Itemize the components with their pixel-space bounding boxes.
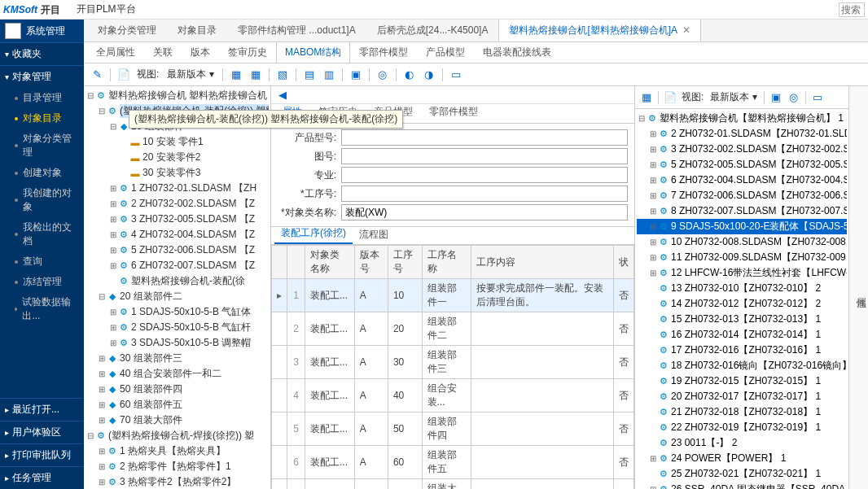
right-tree-node-6[interactable]: ⊞⚙8 ZH0732-007.SLDASM【ZH0732-007.SLDA bbox=[637, 203, 847, 219]
rtb-doc-icon[interactable]: 📄 bbox=[662, 90, 678, 106]
table-row[interactable]: 5装配工...A50组装部件四否 bbox=[272, 413, 634, 446]
right-tree-node-12[interactable]: ⚙14 ZH0732-012【ZH0732-012】 2 bbox=[637, 296, 847, 312]
close-icon[interactable]: ✕ bbox=[682, 24, 690, 36]
table-row[interactable]: ▸1装配工...A10组装部件一按要求完成部件一装配。安装后清理台面。否 bbox=[272, 279, 634, 312]
tree-node-15[interactable]: ⊞⚙2 SDAJS-50x10-5-B 气缸杆 bbox=[85, 320, 269, 335]
grid-header[interactable]: 对象类名称 bbox=[305, 246, 355, 279]
tb-icon-6[interactable]: ▣ bbox=[348, 67, 364, 83]
tree-toggle-icon[interactable]: ⊞ bbox=[648, 485, 658, 489]
rtb-icon-1[interactable]: ▦ bbox=[638, 90, 655, 106]
sidebar-item-0[interactable]: 目录管理 bbox=[0, 88, 84, 108]
right-tree-node-9[interactable]: ⊞⚙11 ZH0732-009.SLDASM【ZH0732-009.SLDA bbox=[637, 250, 847, 265]
right-tree-node-7[interactable]: ⊞⚙9 SDAJS-50x100-20-E装配体【SDAJS-50x1 bbox=[637, 219, 847, 234]
right-tree-node-16[interactable]: ⚙18 ZH0732-016镜向【ZH0732-016镜向】 1 bbox=[637, 358, 847, 373]
tree-node-9[interactable]: ⊞⚙4 ZH0732-004.SLDASM 【Z bbox=[85, 227, 269, 242]
tree-toggle-icon[interactable]: ⊞ bbox=[97, 354, 107, 363]
tb-icon-4[interactable]: ▤ bbox=[301, 67, 318, 83]
table-row[interactable]: 4装配工...A40组合安装...否 bbox=[272, 379, 634, 413]
sidebar-task[interactable]: ▸任务管理 bbox=[0, 466, 84, 489]
back-icon[interactable]: ◀ bbox=[274, 87, 291, 103]
sidebar-sys[interactable]: 系统管理 bbox=[26, 24, 65, 38]
tree-toggle-icon[interactable]: ⊞ bbox=[97, 416, 107, 425]
grid-header[interactable]: 版本号 bbox=[354, 246, 388, 279]
tree-node-13[interactable]: ⊟◆20 组装部件二 bbox=[85, 289, 269, 304]
right-tree-node-23[interactable]: ⚙25 ZH0732-021【ZH0732-021】 1 bbox=[637, 466, 847, 482]
right-tree-node-1[interactable]: ⊞⚙2 ZH0732-01.SLDASM【ZH0732-01.SLDASM】 bbox=[637, 126, 847, 142]
doc-icon[interactable]: 📄 bbox=[116, 67, 132, 83]
tree-toggle-icon[interactable]: ⊟ bbox=[85, 431, 95, 440]
tree-toggle-icon[interactable]: ⊞ bbox=[648, 160, 658, 169]
tree-node-8[interactable]: ⊞⚙3 ZH0732-005.SLDASM 【Z bbox=[85, 212, 269, 227]
sidebar-item-8[interactable]: 试验数据输出... bbox=[0, 292, 84, 326]
grid-tab-0[interactable]: 装配工序(徐挖) bbox=[274, 224, 353, 244]
sub-tab-4[interactable]: MABOM结构 bbox=[276, 41, 350, 63]
tree-toggle-icon[interactable]: ⊞ bbox=[108, 184, 118, 193]
right-tree-node-19[interactable]: ⚙21 ZH0732-018【ZH0732-018】 1 bbox=[637, 404, 847, 420]
tree-toggle-icon[interactable]: ⊞ bbox=[648, 269, 658, 277]
sidebar-item-7[interactable]: 冻结管理 bbox=[0, 272, 84, 292]
grid-tab-1[interactable]: 流程图 bbox=[353, 225, 395, 244]
tree-toggle-icon[interactable]: ⊞ bbox=[97, 462, 107, 471]
tree-toggle-icon[interactable]: ⊟ bbox=[637, 114, 647, 123]
main-tab-3[interactable]: 后桥壳总成[24...-K4500]A bbox=[366, 20, 499, 41]
tree-node-18[interactable]: ⊞◆40 组合安装部件一和二 bbox=[85, 366, 269, 382]
tree-node-16[interactable]: ⊞⚙3 SDAJS-50x10-5-B 调整帽 bbox=[85, 335, 269, 351]
tree-toggle-icon[interactable]: ⊞ bbox=[108, 215, 118, 224]
tree-toggle-icon[interactable]: ⊞ bbox=[97, 369, 107, 378]
sidebar-item-6[interactable]: 查询 bbox=[0, 251, 84, 272]
right-tree-node-14[interactable]: ⚙16 ZH0732-014【ZH0732-014】 1 bbox=[637, 327, 847, 343]
rtb-icon-2[interactable]: ▣ bbox=[768, 90, 784, 106]
right-tree-node-21[interactable]: ⚙23 0011【-】 2 bbox=[637, 435, 847, 451]
tree-toggle-icon[interactable]: ⊞ bbox=[648, 238, 658, 247]
sub-tab-6[interactable]: 产品模型 bbox=[417, 41, 474, 63]
grid-header[interactable]: 工序内容 bbox=[471, 246, 614, 279]
rtb-icon-3[interactable]: ◎ bbox=[786, 90, 802, 106]
sidebar-ux[interactable]: ▸用户体验区 bbox=[0, 421, 84, 443]
tree-node-7[interactable]: ⊞⚙2 ZH0732-002.SLDASM 【Z bbox=[85, 196, 269, 212]
tb-icon-7[interactable]: ◎ bbox=[375, 67, 391, 83]
tree-toggle-icon[interactable]: ⊞ bbox=[648, 207, 658, 216]
main-tab-1[interactable]: 对象目录 bbox=[167, 20, 227, 41]
tree-toggle-icon[interactable]: ⊟ bbox=[97, 292, 107, 301]
tb-icon-10[interactable]: ▭ bbox=[448, 67, 464, 83]
tree-node-19[interactable]: ⊞◆50 组装部件四 bbox=[85, 382, 269, 397]
avatar[interactable] bbox=[5, 23, 21, 39]
tree-node-12[interactable]: ⚙塑料热熔接铆合机-装配(徐 bbox=[85, 273, 269, 289]
tree-toggle-icon[interactable]: ⊞ bbox=[648, 253, 658, 262]
tree-node-17[interactable]: ⊞◆30 组装部件三 bbox=[85, 351, 269, 366]
tree-toggle-icon[interactable]: ⊞ bbox=[648, 129, 658, 138]
sidebar-item-4[interactable]: 我创建的对象 bbox=[0, 183, 84, 217]
table-row[interactable]: 2装配工...A20组装部件二否 bbox=[272, 312, 634, 346]
tree-toggle-icon[interactable]: ⊞ bbox=[108, 261, 118, 270]
sidebar-fav[interactable]: ▾收藏夹 bbox=[0, 43, 84, 65]
search-input[interactable] bbox=[839, 2, 865, 17]
tree-node-14[interactable]: ⊞⚙1 SDAJS-50x10-5-B 气缸体 bbox=[85, 304, 269, 320]
tree-toggle-icon[interactable]: ⊟ bbox=[85, 91, 95, 100]
right-tree-node-15[interactable]: ⚙17 ZH0732-016【ZH0732-016】 1 bbox=[637, 343, 847, 358]
tree-toggle-icon[interactable]: ⊞ bbox=[97, 447, 107, 456]
right-tree-node-0[interactable]: ⊟⚙塑料热熔接铆合机【塑料热熔接铆合机】 1 bbox=[637, 111, 847, 126]
right-tree-node-2[interactable]: ⊞⚙3 ZH0732-002.SLDASM【ZH0732-002.SLDA bbox=[637, 142, 847, 157]
inp-opnum[interactable] bbox=[341, 186, 628, 202]
tb-icon-8[interactable]: ◐ bbox=[401, 67, 418, 83]
tree-toggle-icon[interactable]: ⊞ bbox=[648, 454, 658, 463]
tree-toggle-icon[interactable]: ⊞ bbox=[648, 176, 658, 185]
tree-node-24[interactable]: ⊞⚙2 热熔零件【热熔零件】1 bbox=[85, 459, 269, 474]
sub-tab-7[interactable]: 电器装配接线表 bbox=[474, 41, 560, 63]
tree-toggle-icon[interactable]: ⊞ bbox=[108, 246, 118, 255]
tree-toggle-icon[interactable]: ⊟ bbox=[97, 107, 107, 116]
right-tree-node-22[interactable]: ⊞⚙24 POWER【POWER】 1 bbox=[637, 451, 847, 466]
right-tree-node-17[interactable]: ⚙19 ZH0732-015【ZH0732-015】 1 bbox=[637, 373, 847, 389]
tb-icon-1[interactable]: ▦ bbox=[228, 67, 244, 83]
sidebar-recent[interactable]: ▸最近打开... bbox=[0, 398, 84, 421]
right-tree-node-8[interactable]: ⊞⚙10 ZH0732-008.SLDASM【ZH0732-008.SLDA bbox=[637, 234, 847, 250]
tree-node-20[interactable]: ⊞◆60 组装部件五 bbox=[85, 397, 269, 413]
detail-tab-3[interactable]: 零部件模型 bbox=[421, 103, 486, 123]
right-tree-node-10[interactable]: ⊞⚙12 LHFCW-16带法兰线性衬套【LHFCW-16带法 bbox=[637, 265, 847, 281]
main-tab-4[interactable]: 塑料热熔接铆合机[塑料热熔接铆合机]A✕ bbox=[498, 20, 701, 41]
tb-icon-3[interactable]: ▧ bbox=[274, 67, 291, 83]
tree-toggle-icon[interactable]: ⊞ bbox=[648, 191, 658, 200]
view-select[interactable]: 最新版本 ▾ bbox=[164, 68, 217, 81]
inp-clsname[interactable] bbox=[341, 204, 628, 220]
sidebar-print[interactable]: ▸打印审批队列 bbox=[0, 443, 84, 466]
